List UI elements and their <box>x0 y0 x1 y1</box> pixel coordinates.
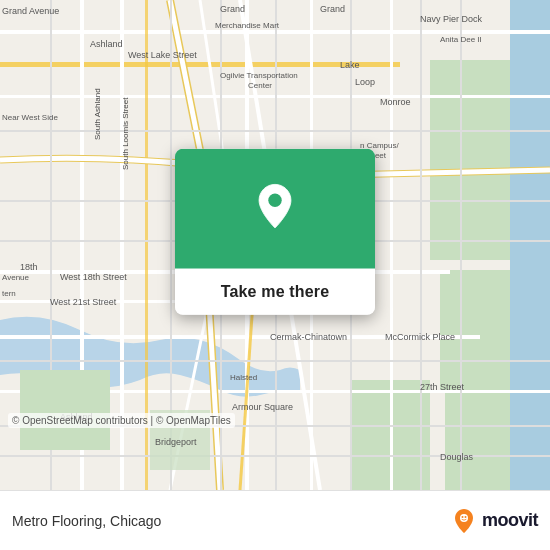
location-pin-icon <box>249 183 301 235</box>
svg-text:Grand Avenue: Grand Avenue <box>2 6 59 16</box>
svg-text:Lake: Lake <box>340 60 360 70</box>
svg-text:Monroe: Monroe <box>380 97 411 107</box>
popup-green-area <box>175 149 375 269</box>
svg-rect-30 <box>420 0 422 490</box>
svg-text:Navy Pier Dock: Navy Pier Dock <box>420 14 483 24</box>
svg-text:West 18th Street: West 18th Street <box>60 272 127 282</box>
svg-text:Center: Center <box>248 81 272 90</box>
svg-rect-32 <box>20 370 110 450</box>
moovit-wordmark: moovit <box>482 510 538 531</box>
moovit-icon <box>450 507 478 535</box>
svg-text:Douglas: Douglas <box>440 452 474 462</box>
svg-text:Anita Dee II: Anita Dee II <box>440 35 482 44</box>
svg-text:Bridgeport: Bridgeport <box>155 437 197 447</box>
map-container: Grand Avenue Grand Grand Navy Pier Dock … <box>0 0 550 490</box>
svg-text:Grand: Grand <box>320 4 345 14</box>
svg-text:Avenue: Avenue <box>2 273 30 282</box>
svg-point-68 <box>461 516 463 518</box>
svg-point-69 <box>464 516 466 518</box>
svg-text:Loop: Loop <box>355 77 375 87</box>
moovit-logo: moovit <box>450 507 538 535</box>
svg-text:South Loomis Street: South Loomis Street <box>121 97 130 170</box>
svg-text:Cermak-Chinatown: Cermak-Chinatown <box>270 332 347 342</box>
svg-rect-18 <box>390 0 393 490</box>
svg-text:18th: 18th <box>20 262 38 272</box>
svg-text:Grand: Grand <box>220 4 245 14</box>
svg-text:tern: tern <box>2 289 16 298</box>
svg-text:Halsted: Halsted <box>230 373 257 382</box>
svg-text:McCormick Place: McCormick Place <box>385 332 455 342</box>
svg-rect-5 <box>510 0 550 490</box>
map-attribution: © OpenStreetMap contributors | © OpenMap… <box>8 413 235 428</box>
location-text: Metro Flooring, Chicago <box>12 513 450 529</box>
svg-point-67 <box>460 514 468 522</box>
svg-text:Ogilvie Transportation: Ogilvie Transportation <box>220 71 298 80</box>
svg-text:Armour Square: Armour Square <box>232 402 293 412</box>
svg-text:South Ashland: South Ashland <box>93 88 102 140</box>
svg-rect-31 <box>460 0 462 490</box>
svg-text:Merchandise Mart: Merchandise Mart <box>215 21 280 30</box>
svg-text:West 21st Street: West 21st Street <box>50 297 117 307</box>
take-me-there-button[interactable]: Take me there <box>175 269 375 315</box>
svg-text:27th Street: 27th Street <box>420 382 465 392</box>
svg-point-66 <box>268 194 281 207</box>
svg-text:Ashland: Ashland <box>90 39 123 49</box>
svg-text:West Lake Street: West Lake Street <box>128 50 197 60</box>
svg-text:Near West Side: Near West Side <box>2 113 58 122</box>
bottom-bar: Metro Flooring, Chicago moovit <box>0 490 550 550</box>
popup-card: Take me there <box>175 149 375 315</box>
